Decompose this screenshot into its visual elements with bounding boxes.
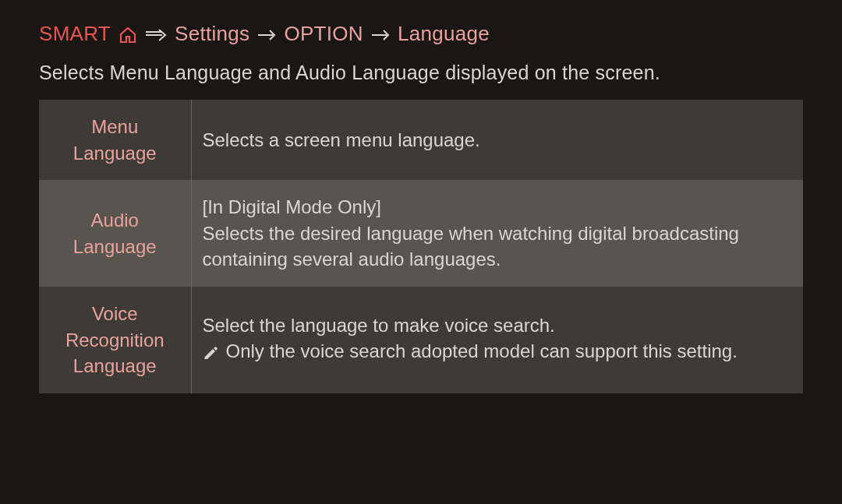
note-line: Only the voice search adopted model can … bbox=[203, 338, 793, 368]
double-arrow-icon bbox=[145, 22, 167, 46]
row-desc-audio-language: [In Digital Mode Only] Selects the desir… bbox=[191, 180, 803, 287]
row-label-voice-recognition: Voice Recognition Language bbox=[39, 287, 191, 393]
settings-table: Menu Language Selects a screen menu lang… bbox=[39, 100, 803, 393]
row-label-menu-language: Menu Language bbox=[39, 100, 191, 180]
breadcrumb-step-option: OPTION bbox=[284, 22, 363, 46]
note-pencil-icon bbox=[203, 341, 218, 368]
desc-prefix: [In Digital Mode Only] bbox=[203, 194, 793, 220]
table-row: Voice Recognition Language Select the la… bbox=[39, 287, 803, 393]
breadcrumb-smart: SMART bbox=[39, 22, 111, 46]
row-label-audio-language: Audio Language bbox=[39, 180, 191, 287]
desc-text: Selects the desired language when watchi… bbox=[203, 220, 793, 273]
home-icon bbox=[119, 22, 137, 46]
row-desc-menu-language: Selects a screen menu language. bbox=[191, 100, 803, 180]
arrow-right-icon bbox=[257, 22, 276, 46]
page-description: Selects Menu Language and Audio Language… bbox=[39, 62, 803, 84]
breadcrumb: SMART Settings OPTION Language bbox=[39, 22, 803, 46]
desc-text: Select the language to make voice search… bbox=[203, 312, 793, 339]
breadcrumb-step-language: Language bbox=[398, 22, 490, 46]
breadcrumb-step-settings: Settings bbox=[175, 22, 249, 46]
table-row: Menu Language Selects a screen menu lang… bbox=[39, 100, 803, 180]
arrow-right-icon bbox=[371, 22, 390, 46]
table-row: Audio Language [In Digital Mode Only] Se… bbox=[39, 180, 803, 287]
note-text: Only the voice search adopted model can … bbox=[226, 338, 793, 365]
row-desc-voice-recognition: Select the language to make voice search… bbox=[191, 287, 803, 393]
